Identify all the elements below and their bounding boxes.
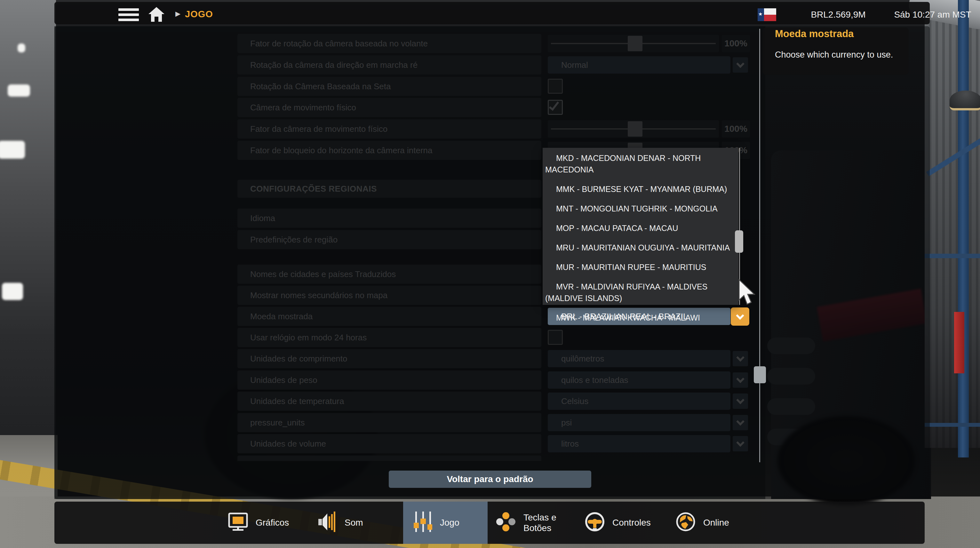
tab-graphics[interactable]: Gráficos [228, 502, 289, 544]
settings-nav-bar [54, 502, 925, 544]
reset-defaults-button[interactable]: Voltar para o padrão [389, 470, 591, 488]
setting-tooltip: Moeda mostrada Choose which currency to … [763, 27, 908, 75]
currency-option[interactable]: MUR - MAURITIAN RUPEE - MAURITIUS [545, 261, 730, 273]
breadcrumb-arrow-icon: ▶ [175, 10, 180, 17]
breadcrumb[interactable]: JOGO [185, 9, 213, 19]
tab-keys-buttons[interactable]: Teclas e Botões [496, 502, 557, 544]
tab-label: Controles [612, 518, 651, 528]
tab-label: Online [703, 518, 729, 528]
settings-scrollbar-thumb[interactable] [754, 366, 766, 383]
currency-dropdown-list: MKD - MACEDONIAN DENAR - NORTH MACEDONIA… [542, 148, 738, 305]
tooltip-title: Moeda mostrada [775, 28, 854, 40]
player-money: BRL2.569,9M [797, 10, 880, 20]
dropdown-scrollbar-thumb[interactable] [735, 230, 743, 253]
tab-controls[interactable]: Controles [585, 502, 651, 544]
texas-flag-icon: ★ [758, 8, 776, 21]
settings-scrollbar-track[interactable] [759, 29, 760, 462]
currency-option[interactable]: MNT - MONGOLIAN TUGHRIK - MONGOLIA [545, 203, 730, 214]
currency-option[interactable]: MWK - MALAWIAN KWACHA - MALAWI [545, 312, 730, 323]
tab-sound[interactable]: Som [318, 502, 363, 544]
currency-dropdown-button[interactable] [731, 307, 749, 326]
chevron-down-icon [736, 311, 744, 319]
tooltip-body: Choose which currency to use. [775, 50, 893, 60]
currency-option[interactable]: MMK - BURMESE KYAT - MYANMAR (BURMA) [545, 183, 730, 195]
red-cabinet [954, 312, 964, 373]
tab-game[interactable]: Jogo [414, 502, 460, 544]
game-datetime: Sáb 10:27 am MST [886, 10, 979, 20]
sliders-icon [414, 511, 432, 535]
game-settings-screen: ▶ JOGO ★ BRL2.569,9M Sáb 10:27 am MST Fa… [0, 0, 980, 548]
currency-option[interactable]: MRU - MAURITANIAN OUGUIYA - MAURITANIA [545, 242, 730, 253]
speaker-icon [318, 511, 337, 535]
tab-label-line2: Botões [523, 523, 557, 533]
hanging-lamp [950, 91, 980, 110]
tab-label: Gráficos [256, 518, 289, 528]
monitor-icon [228, 513, 248, 533]
mouse-cursor [738, 279, 760, 309]
steering-wheel-icon [585, 512, 605, 534]
currency-option[interactable]: MOP - MACAU PATACA - MACAU [545, 222, 730, 234]
gamepad-dots-icon [496, 512, 516, 534]
flag-star: ★ [758, 11, 762, 17]
menu-icon[interactable] [118, 8, 139, 21]
currency-option[interactable]: MKD - MACEDONIAN DENAR - NORTH MACEDONIA [545, 152, 711, 175]
home-icon[interactable] [148, 7, 164, 23]
tab-label: Som [345, 518, 363, 528]
tab-label: Jogo [440, 518, 460, 528]
currency-option[interactable]: MVR - MALDIVIAN RUFIYAA - MALDIVES (MALD… [545, 281, 711, 304]
globe-icon [676, 512, 695, 534]
top-bar: ▶ JOGO ★ BRL2.569,9M Sáb 10:27 am MST [54, 2, 930, 24]
tab-online[interactable]: Online [676, 502, 729, 544]
tab-label: Teclas e [523, 512, 557, 523]
